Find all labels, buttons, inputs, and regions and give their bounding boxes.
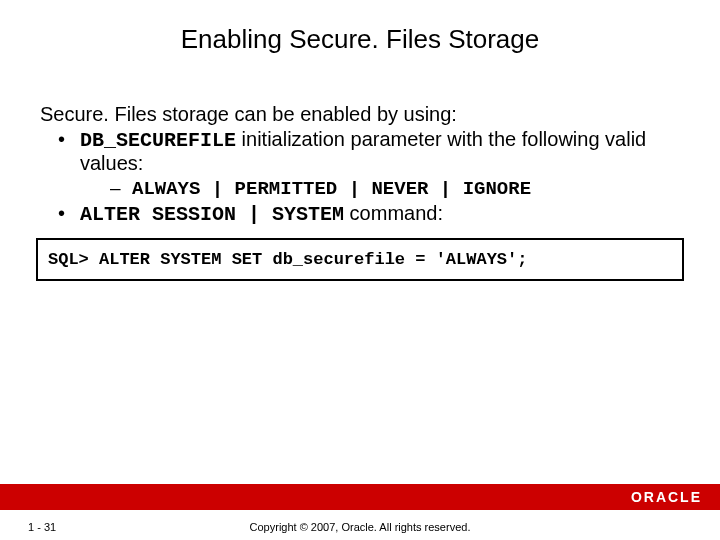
slide-content: Secure. Files storage can be enabled by … xyxy=(0,55,720,226)
code-example: SQL> ALTER SYSTEM SET db_securefile = 'A… xyxy=(36,238,684,281)
intro-text: Secure. Files storage can be enabled by … xyxy=(40,103,680,126)
slide-title: Enabling Secure. Files Storage xyxy=(0,0,720,55)
bullet-2-text: command: xyxy=(344,202,443,224)
oracle-logo: ORACLE xyxy=(631,489,702,505)
footer-bar: ORACLE xyxy=(0,484,720,510)
bullet-list: DB_SECUREFILE initialization parameter w… xyxy=(40,128,680,226)
param-name: DB_SECUREFILE xyxy=(80,129,236,152)
copyright-text: Copyright © 2007, Oracle. All rights res… xyxy=(0,521,720,533)
sub-item-1: ALWAYS | PERMITTED | NEVER | IGNORE xyxy=(110,177,680,200)
command-name: ALTER SESSION | SYSTEM xyxy=(80,203,344,226)
bullet-item-2: ALTER SESSION | SYSTEM command: xyxy=(58,202,680,226)
valid-values: ALWAYS | PERMITTED | NEVER | IGNORE xyxy=(132,178,531,200)
sub-list: ALWAYS | PERMITTED | NEVER | IGNORE xyxy=(80,177,680,200)
bullet-item-1: DB_SECUREFILE initialization parameter w… xyxy=(58,128,680,200)
